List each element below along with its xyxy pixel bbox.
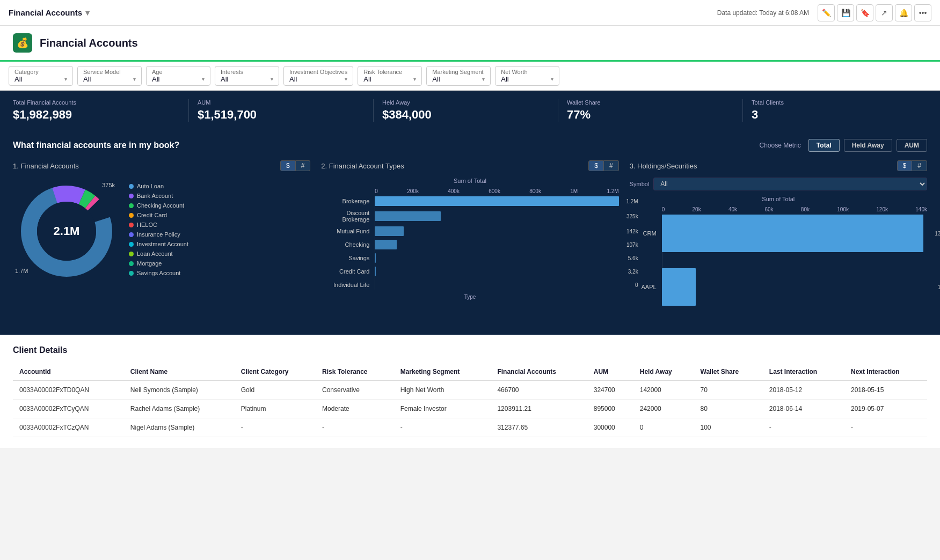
holdings-bar-label-0: CRM xyxy=(630,230,662,237)
filter-marketing-segment[interactable]: Marketing Segment All ▾ xyxy=(426,66,491,86)
chart3-x-label: 120k xyxy=(876,207,888,212)
legend-label-1: Bank Account xyxy=(137,193,173,199)
more-button[interactable]: ••• xyxy=(914,4,931,21)
bar-fill-1 xyxy=(375,211,441,221)
metric-toggle-label: Choose Metric xyxy=(759,142,800,149)
table-header: AccountIdClient NameClient CategoryRisk … xyxy=(13,364,927,380)
symbol-label: Symbol xyxy=(630,181,650,187)
metric-aum-btn[interactable]: AUM xyxy=(897,139,927,152)
filter-value-service-model: All xyxy=(83,75,91,83)
chart3-body: Symbol All CRM AAPL Sum of Total 020k40k… xyxy=(630,178,927,306)
table-cell-2-1: Nigel Adams (Sample) xyxy=(124,418,235,437)
legend-item-1: Bank Account xyxy=(129,193,310,199)
bar-label-4: Savings xyxy=(321,255,375,261)
chart3-panel: 3. Holdings/Securities $ # Symbol All CR… xyxy=(630,160,927,322)
chart2-y-label: Type xyxy=(321,294,618,300)
metric-heldaway-btn[interactable]: Held Away xyxy=(844,139,892,152)
table-cell-2-9: - xyxy=(763,418,844,437)
bar-row: Discount Brokerage 325k xyxy=(321,210,618,223)
filter-label-service-model: Service Model xyxy=(83,69,136,75)
chart1-dollar-btn[interactable]: $ xyxy=(280,160,296,171)
bookmark-button[interactable]: 🔖 xyxy=(856,4,873,21)
bar-label-2: Mutual Fund xyxy=(321,228,375,234)
top-nav: Financial Accounts ▾ Data updated: Today… xyxy=(0,0,940,26)
table-cell-1-2: Platinum xyxy=(235,400,316,418)
chart2-bars: Brokerage 1.2M Discount Brokerage 325k M… xyxy=(321,196,618,290)
filter-label-interests: Interests xyxy=(221,69,273,75)
table-cell-0-3: Conservative xyxy=(316,380,394,400)
filter-net-worth[interactable]: Net Worth All ▾ xyxy=(495,66,559,86)
metric-total-btn[interactable]: Total xyxy=(808,139,840,152)
chart2-x-label: 800k xyxy=(529,188,541,194)
chart3-toggle: $ # xyxy=(897,160,927,171)
save-button[interactable]: 💾 xyxy=(837,4,854,21)
bar-track-1: 325k xyxy=(375,211,618,221)
section-header: What financial accounts are in my book? … xyxy=(13,139,927,152)
bell-button[interactable]: 🔔 xyxy=(895,4,912,21)
chart2-x-label: 1M xyxy=(570,188,578,194)
filter-age[interactable]: Age All ▾ xyxy=(146,66,210,86)
donut-area: 2.1M 375k 1.7M Auto Loan Bank Account Ch… xyxy=(13,178,310,285)
col-header-3: Risk Tolerance xyxy=(316,364,394,380)
chart3-x-label: 80k xyxy=(801,207,810,212)
table-cell-2-0: 0033A00002FxTCzQAN xyxy=(13,418,124,437)
table-header-row: AccountIdClient NameClient CategoryRisk … xyxy=(13,364,927,380)
legend-label-8: Mortgage xyxy=(137,260,162,267)
legend-dot-9 xyxy=(129,271,134,276)
filter-arrow-age: ▾ xyxy=(202,76,205,82)
bar-track-6: 0 xyxy=(375,280,618,290)
legend-dot-3 xyxy=(129,213,134,218)
filter-interests[interactable]: Interests All ▾ xyxy=(215,66,279,86)
chart2-panel: 2. Financial Account Types $ # Sum of To… xyxy=(321,160,618,322)
title-dropdown-icon[interactable]: ▾ xyxy=(85,8,90,18)
filter-value-net-worth: All xyxy=(501,75,508,83)
table-row: 0033A00002FxTD0QANNeil Symonds (Sample)G… xyxy=(13,380,927,400)
edit-button[interactable]: ✏️ xyxy=(818,4,835,21)
table-cell-1-0: 0033A00002FxTCyQAN xyxy=(13,400,124,418)
chart3-x-label: 20k xyxy=(693,207,701,212)
filter-arrow-service-model: ▾ xyxy=(133,76,136,82)
stat-item-2: Held Away $384,000 xyxy=(374,99,558,122)
filter-service-model[interactable]: Service Model All ▾ xyxy=(77,66,142,86)
filter-investment-objectives[interactable]: Investment Objectives All ▾ xyxy=(283,66,353,86)
symbol-dropdown[interactable]: All CRM AAPL xyxy=(653,178,927,190)
stat-label-2: Held Away xyxy=(382,99,549,106)
donut-outer-top: 375k xyxy=(102,182,115,188)
app-title-area: Financial Accounts ▾ xyxy=(9,8,90,18)
holdings-bar-fill-1 xyxy=(662,268,696,306)
table-body: 0033A00002FxTD0QANNeil Symonds (Sample)G… xyxy=(13,380,927,437)
chart1-hash-btn[interactable]: # xyxy=(296,160,311,171)
chart2-x-label: 200k xyxy=(407,188,419,194)
chart3-dollar-btn[interactable]: $ xyxy=(897,160,913,171)
col-header-4: Marketing Segment xyxy=(394,364,491,380)
section-question: What financial accounts are in my book? xyxy=(13,141,179,150)
stat-value-4: 3 xyxy=(752,108,919,122)
filter-risk-tolerance[interactable]: Risk Tolerance All ▾ xyxy=(358,66,422,86)
chart3-x-labels: 020k40k60k80k100k120k140k xyxy=(630,207,927,212)
holdings-bar-value-0: 138k xyxy=(935,215,940,252)
col-header-10: Next Interaction xyxy=(844,364,927,380)
legend-dot-1 xyxy=(129,194,134,198)
chart2-dollar-btn[interactable]: $ xyxy=(588,160,604,171)
chart3-hash-btn[interactable]: # xyxy=(912,160,927,171)
legend-label-3: Credit Card xyxy=(137,212,167,218)
col-header-0: AccountId xyxy=(13,364,124,380)
stat-value-3: 77% xyxy=(567,108,734,122)
share-button[interactable]: ↗ xyxy=(876,4,893,21)
table-cell-1-8: 80 xyxy=(694,400,763,418)
bar-row: Individual Life 0 xyxy=(321,280,618,290)
holdings-bar-track-1: 18k xyxy=(662,268,927,306)
bar-row: Brokerage 1.2M xyxy=(321,196,618,206)
legend-item-4: HELOC xyxy=(129,222,310,228)
bar-row: Credit Card 3.2k xyxy=(321,267,618,276)
filter-value-risk-tolerance: All xyxy=(363,75,371,83)
filter-value-age: All xyxy=(152,75,159,83)
chart3-x-label: 0 xyxy=(662,207,665,212)
stat-item-4: Total Clients 3 xyxy=(743,99,927,122)
table-cell-1-6: 895000 xyxy=(587,400,633,418)
filter-label-net-worth: Net Worth xyxy=(501,69,553,75)
chart2-hash-btn[interactable]: # xyxy=(604,160,619,171)
filter-category[interactable]: Category All ▾ xyxy=(9,66,73,86)
legend-item-6: Investment Account xyxy=(129,241,310,247)
chart1-title: 1. Financial Accounts xyxy=(13,162,79,170)
